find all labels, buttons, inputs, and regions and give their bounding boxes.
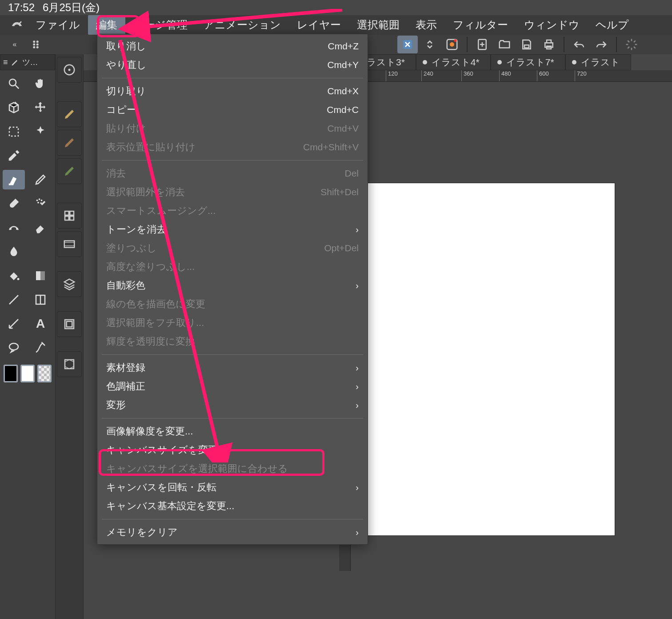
svg-point-23: [9, 79, 16, 86]
ruler-tick: 120: [386, 70, 398, 81]
ruler-tick: 720: [575, 70, 587, 81]
edit-tonal[interactable]: 色調補正›: [97, 377, 368, 396]
tool-move[interactable]: [29, 98, 52, 117]
svg-point-40: [9, 343, 18, 350]
tool-palette-header[interactable]: ≡ ツ…: [0, 54, 55, 70]
app-logo-icon[interactable]: [6, 16, 28, 33]
dirty-dot-icon: [423, 60, 427, 64]
menu-anim[interactable]: アニメーション: [196, 15, 289, 35]
edit-copy[interactable]: コピーCmd+C: [97, 100, 368, 119]
edit-redo[interactable]: やり直しCmd+Y: [97, 56, 368, 74]
cmd-record-icon[interactable]: [442, 36, 462, 53]
svg-point-3: [36, 40, 39, 43]
tool-marker[interactable]: [3, 170, 25, 189]
tool-pen[interactable]: [29, 170, 52, 189]
edit-canvas-rotate[interactable]: キャンバスを回転・反転›: [97, 478, 368, 497]
doc-tab-label: イラスト4*: [432, 56, 480, 68]
ruler-tick: 480: [499, 70, 511, 81]
subtool-anim-icon[interactable]: [57, 231, 82, 257]
tool-hand[interactable]: [29, 74, 52, 93]
edit-canvas-fit-sel: キャンバスサイズを選択範囲に合わせる: [97, 459, 368, 478]
edit-tone-clear[interactable]: トーンを消去›: [97, 220, 368, 239]
svg-rect-11: [524, 45, 529, 48]
cmd-newpage-icon[interactable]: [472, 36, 492, 53]
svg-rect-13: [547, 40, 551, 43]
swatch-transparent[interactable]: [37, 365, 52, 382]
tool-eyedropper[interactable]: [3, 146, 25, 165]
subtool-pen-icon[interactable]: [57, 101, 82, 127]
doc-tab[interactable]: イラスト7*: [491, 54, 565, 70]
color-swatches: [0, 361, 55, 386]
edit-auto-color[interactable]: 自動彩色›: [97, 276, 368, 295]
tool-blend[interactable]: [3, 242, 25, 261]
canvas[interactable]: [366, 183, 615, 535]
tool-frame[interactable]: [29, 290, 52, 310]
cmd-open-icon[interactable]: [494, 36, 515, 53]
svg-rect-26: [9, 184, 13, 185]
cmd-print-icon[interactable]: [539, 36, 559, 53]
tool-zoom[interactable]: [3, 74, 25, 93]
tool-fill[interactable]: [3, 266, 25, 285]
tool-palette: ≡ ツ… A: [0, 54, 55, 619]
menu-filter[interactable]: フィルター: [445, 15, 516, 35]
menu-edit[interactable]: 編集: [88, 15, 125, 35]
doc-tab[interactable]: イラスト4*: [416, 54, 491, 70]
swatch-background[interactable]: [20, 365, 35, 382]
subtool-window-icon[interactable]: [57, 311, 82, 337]
cmd-spinner-icon: [621, 36, 642, 53]
cmd-material-icon[interactable]: [397, 36, 418, 53]
cmd-undo-icon[interactable]: [569, 36, 589, 53]
edit-undo[interactable]: 取り消しCmd+Z: [97, 37, 368, 56]
tool-wand[interactable]: [29, 122, 52, 141]
cmd-expand-icon[interactable]: «: [4, 36, 25, 53]
doc-tab[interactable]: イラスト: [565, 54, 631, 70]
tool-object[interactable]: [3, 98, 25, 117]
tool-eraser[interactable]: [29, 218, 52, 237]
edit-material[interactable]: 素材登録›: [97, 358, 368, 377]
tool-gradient[interactable]: [29, 266, 52, 285]
edit-cut[interactable]: 切り取りCmd+X: [97, 82, 368, 100]
subtool-nav-icon[interactable]: [57, 57, 82, 83]
tool-deco[interactable]: [3, 218, 25, 237]
subtool-grid-icon[interactable]: [57, 203, 82, 229]
tool-marquee[interactable]: [3, 122, 25, 141]
subtool-brush-icon[interactable]: [57, 158, 82, 184]
menu-page[interactable]: ページ管理: [125, 15, 196, 35]
shortcut: Opt+Del: [324, 243, 359, 253]
subtool-layers-icon[interactable]: [57, 271, 82, 297]
svg-point-8: [450, 42, 454, 47]
edit-smart-smoothing: スマートスムージング...: [97, 201, 368, 220]
tool-line[interactable]: [3, 290, 25, 310]
menu-select[interactable]: 選択範囲: [349, 15, 408, 35]
cmd-updown-icon[interactable]: [420, 36, 440, 53]
edit-change-canvas-size[interactable]: キャンバスサイズを変更...: [97, 441, 368, 459]
edit-canvas-settings[interactable]: キャンバス基本設定を変更...: [97, 497, 368, 515]
menu-file[interactable]: ファイル: [28, 15, 88, 35]
tool-airbrush[interactable]: [29, 194, 52, 213]
tool-empty: [29, 146, 52, 165]
menu-layer[interactable]: レイヤー: [289, 15, 349, 35]
status-time: 17:52: [8, 1, 35, 14]
svg-point-33: [16, 228, 18, 230]
tool-correct-line[interactable]: [29, 338, 52, 358]
edit-menu-dropdown: 取り消しCmd+Z やり直しCmd+Y 切り取りCmd+X コピーCmd+C 貼…: [97, 34, 368, 545]
menu-help[interactable]: ヘルプ: [588, 15, 637, 35]
edit-transform[interactable]: 変形›: [97, 396, 368, 414]
svg-point-27: [36, 200, 38, 201]
edit-clear-memory[interactable]: メモリをクリア›: [97, 523, 368, 542]
svg-line-19: [628, 40, 629, 42]
menu-window[interactable]: ウィンドウ: [516, 15, 588, 35]
tool-ruler-shape[interactable]: [3, 314, 25, 334]
cmd-redo-icon[interactable]: [591, 36, 612, 53]
subtool-3d-icon[interactable]: [57, 351, 82, 377]
swatch-foreground[interactable]: [4, 365, 18, 382]
tool-balloon[interactable]: [3, 338, 25, 358]
edit-change-resolution[interactable]: 画像解像度を変更...: [97, 422, 368, 441]
cmd-save-icon[interactable]: [516, 36, 537, 53]
subtool-pencil-icon[interactable]: [57, 130, 82, 156]
tool-brush[interactable]: [3, 194, 25, 213]
svg-rect-45: [65, 216, 69, 220]
cmd-grip-icon[interactable]: [27, 36, 47, 53]
menu-view[interactable]: 表示: [408, 15, 445, 35]
tool-text[interactable]: A: [29, 314, 52, 334]
